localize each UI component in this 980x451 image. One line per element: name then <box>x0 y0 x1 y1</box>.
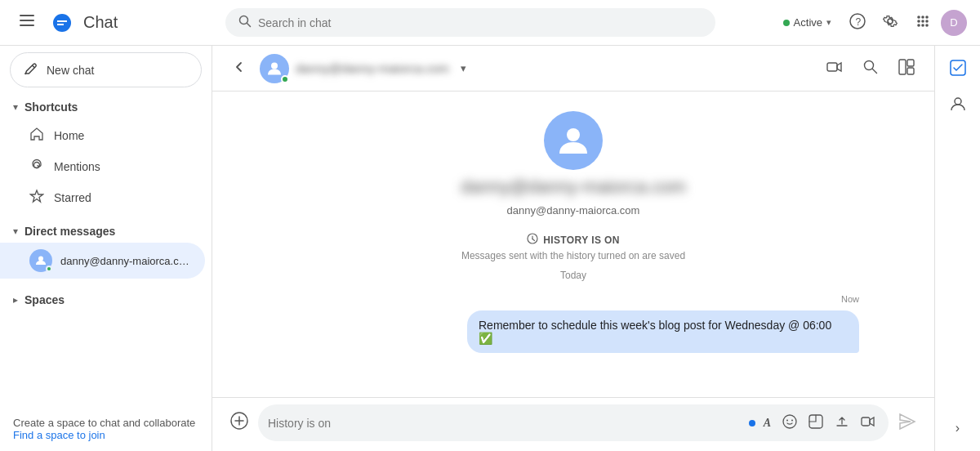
svg-rect-28 <box>907 68 914 74</box>
sidebar-item-dm-contact[interactable]: danny@danny-maiorca.com <box>0 243 205 279</box>
find-space-link[interactable]: Find a space to join <box>13 429 105 441</box>
contact-info-center: danny@danny-maiorca.com danny@danny-maio… <box>461 111 685 217</box>
message-bubble: Remember to schedule this week's blog po… <box>467 310 859 353</box>
input-dot-indicator <box>749 420 755 426</box>
format-text-button[interactable]: A <box>760 413 774 433</box>
layout-button[interactable] <box>892 52 921 84</box>
spaces-label: Spaces <box>24 293 65 306</box>
sticker-button[interactable] <box>805 411 826 435</box>
search-icon <box>238 15 252 30</box>
collapse-right-icon: › <box>956 421 960 435</box>
svg-point-24 <box>865 61 874 70</box>
chat-input-area: A <box>212 397 934 451</box>
active-dot-icon <box>783 20 790 26</box>
shortcuts-section-header[interactable]: ▾ Shortcuts <box>0 94 205 120</box>
expand-contact-button[interactable]: ▾ <box>456 59 471 78</box>
svg-point-14 <box>921 20 924 23</box>
direct-messages-label: Direct messages <box>24 225 115 238</box>
home-label: Home <box>54 129 84 142</box>
search-input[interactable] <box>258 16 702 29</box>
contact-name-topbar: danny@danny-maiorca.com <box>296 61 449 75</box>
history-sub-text: Messages sent with the history turned on… <box>461 250 685 261</box>
new-chat-button[interactable]: New chat <box>10 52 202 87</box>
svg-line-25 <box>873 69 877 74</box>
svg-rect-2 <box>20 25 34 26</box>
spaces-section-header[interactable]: ▸ Spaces <box>0 285 205 311</box>
search-in-chat-icon <box>862 59 879 78</box>
hamburger-icon <box>20 13 34 32</box>
help-button[interactable]: ? <box>843 7 872 38</box>
sidebar-item-mentions[interactable]: Mentions <box>0 151 205 182</box>
search-in-chat-button[interactable] <box>856 52 885 84</box>
back-button[interactable] <box>225 53 253 83</box>
starred-label: Starred <box>54 191 91 204</box>
mentions-label: Mentions <box>54 160 100 173</box>
svg-point-4 <box>53 14 71 32</box>
add-attachment-button[interactable] <box>225 407 253 440</box>
sidebar-footer: Create a space to chat and collaborate F… <box>0 407 212 451</box>
settings-button[interactable] <box>875 7 905 38</box>
svg-rect-1 <box>20 20 34 21</box>
chevron-down-icon: ▾ <box>826 17 831 28</box>
app-title: Chat <box>83 13 118 32</box>
big-contact-avatar <box>544 111 603 170</box>
emoji-button[interactable] <box>779 411 800 435</box>
back-arrow-icon <box>232 60 247 77</box>
svg-point-15 <box>925 20 929 23</box>
active-status-button[interactable]: Active ▾ <box>775 12 840 33</box>
svg-point-21 <box>38 257 43 261</box>
chat-topbar: danny@danny-maiorca.com ▾ <box>212 46 934 92</box>
contact-name-center: danny@danny-maiorca.com <box>461 176 685 198</box>
svg-point-42 <box>955 98 961 105</box>
svg-rect-40 <box>862 418 870 426</box>
collapse-panel-button[interactable]: › <box>942 412 974 444</box>
svg-line-7 <box>247 24 251 27</box>
history-clock-icon <box>527 233 538 247</box>
upload-button[interactable] <box>831 411 853 435</box>
add-icon <box>230 412 248 435</box>
chat-content: danny@danny-maiorca.com danny@danny-maio… <box>212 92 934 397</box>
apps-button[interactable] <box>908 7 938 38</box>
home-icon <box>29 127 44 145</box>
svg-marker-20 <box>31 190 43 202</box>
app-logo <box>51 11 74 34</box>
sidebar-item-starred[interactable]: Starred <box>0 182 205 213</box>
new-chat-label: New chat <box>47 64 94 77</box>
collapse-shortcuts-icon: ▾ <box>13 101 18 113</box>
today-label: Today <box>560 270 586 281</box>
svg-point-22 <box>271 62 278 69</box>
dm-contact-avatar <box>29 249 52 272</box>
settings-icon <box>882 13 898 32</box>
sidebar-item-home[interactable]: Home <box>0 120 205 151</box>
hamburger-menu-button[interactable] <box>13 7 41 38</box>
svg-point-18 <box>925 24 929 27</box>
svg-point-36 <box>783 415 796 428</box>
chevron-down-contact-icon: ▾ <box>461 62 466 74</box>
message-row: Now Remember to schedule this week's blo… <box>287 294 859 353</box>
svg-point-29 <box>567 128 580 141</box>
new-chat-icon <box>24 61 38 78</box>
message-input[interactable] <box>268 417 744 430</box>
video-call-button[interactable] <box>820 52 849 84</box>
active-label: Active <box>794 16 822 29</box>
video-message-button[interactable] <box>858 411 879 435</box>
contacts-icon <box>949 95 967 115</box>
emoji-icon <box>782 414 797 431</box>
contacts-panel-button[interactable] <box>942 88 974 121</box>
direct-messages-section-header[interactable]: ▾ Direct messages <box>0 217 205 243</box>
apps-icon <box>915 13 931 32</box>
svg-rect-23 <box>827 63 837 71</box>
star-icon <box>29 189 44 207</box>
svg-point-38 <box>791 420 793 422</box>
contact-avatar-topbar <box>260 54 289 83</box>
format-text-icon: A <box>764 417 771 430</box>
send-button[interactable] <box>893 408 921 438</box>
user-avatar[interactable]: D <box>941 10 967 36</box>
message-input-wrap: A <box>258 404 889 441</box>
right-panel: › <box>934 46 980 451</box>
history-banner: HISTORY IS ON <box>527 233 620 247</box>
sidebar: New chat ▾ Shortcuts Home Mentions <box>0 46 212 451</box>
search-container <box>225 8 715 37</box>
tasks-panel-button[interactable] <box>942 52 974 85</box>
svg-point-16 <box>917 24 920 27</box>
